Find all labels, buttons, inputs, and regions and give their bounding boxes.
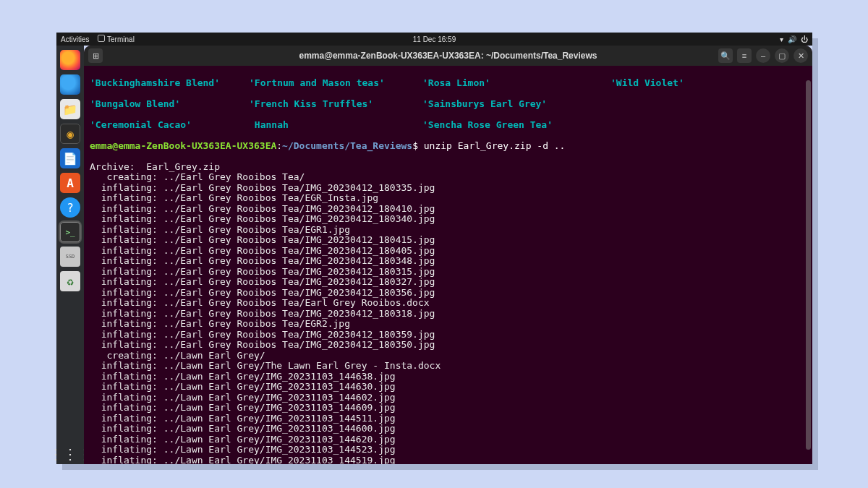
window-title: emma@emma-ZenBook-UX363EA-UX363EA: ~/Doc… bbox=[299, 51, 597, 61]
terminal-body[interactable]: 'Buckinghamshire Blend''Fortnum and Maso… bbox=[84, 66, 812, 464]
output-line: inflating: ../Earl Grey Rooibos Tea/IMG_… bbox=[90, 246, 807, 257]
ls-entry bbox=[610, 99, 726, 110]
output-line: inflating: ../Lawn Earl Grey/IMG_2023110… bbox=[90, 414, 807, 424]
ls-entry: 'Sainsburys Earl Grey' bbox=[422, 99, 610, 110]
disk-icon[interactable]: SSD bbox=[60, 247, 80, 267]
output-line: creating: ../Earl Grey Rooibos Tea/ bbox=[90, 172, 807, 183]
output-line: inflating: ../Lawn Earl Grey/The Lawn Ea… bbox=[90, 361, 807, 372]
help-icon[interactable]: ? bbox=[60, 197, 80, 218]
output-line: inflating: ../Lawn Earl Grey/IMG_2023110… bbox=[90, 403, 807, 414]
output-line: inflating: ../Earl Grey Rooibos Tea/IMG_… bbox=[90, 330, 807, 341]
output-line: inflating: ../Earl Grey Rooibos Tea/Earl… bbox=[90, 298, 807, 309]
software-icon[interactable]: A bbox=[60, 173, 80, 193]
volume-icon[interactable]: 🔊 bbox=[788, 35, 796, 43]
maximize-button[interactable]: ▢ bbox=[775, 48, 789, 63]
output-line: inflating: ../Lawn Earl Grey/IMG_2023110… bbox=[90, 424, 807, 435]
ls-entry: Hannah bbox=[249, 120, 422, 131]
output-line: inflating: ../Earl Grey Rooibos Tea/IMG_… bbox=[90, 204, 807, 215]
output-line: inflating: ../Earl Grey Rooibos Tea/IMG_… bbox=[90, 235, 807, 246]
output-line: inflating: ../Earl Grey Rooibos Tea/EGR_… bbox=[90, 193, 807, 204]
new-tab-button[interactable]: ⊞ bbox=[88, 48, 103, 63]
output-line: inflating: ../Earl Grey Rooibos Tea/IMG_… bbox=[90, 214, 807, 225]
output-line: inflating: ../Earl Grey Rooibos Tea/EGR2… bbox=[90, 319, 807, 330]
scrollbar[interactable] bbox=[806, 80, 811, 450]
output-line: inflating: ../Lawn Earl Grey/IMG_2023110… bbox=[90, 455, 807, 465]
close-button[interactable]: ✕ bbox=[793, 48, 808, 63]
terminal-icon[interactable]: >_ bbox=[60, 222, 80, 242]
output-line: inflating: ../Lawn Earl Grey/IMG_2023110… bbox=[90, 445, 807, 455]
command-text: unzip Earl_Grey.zip -d .. bbox=[424, 140, 566, 151]
prompt-line: emma@emma-ZenBook-UX363EA-UX363EA:~/Docu… bbox=[90, 141, 807, 152]
show-apps-icon[interactable]: ⋮⋮⋮ bbox=[60, 444, 80, 464]
output-line: inflating: ../Earl Grey Rooibos Tea/IMG_… bbox=[90, 309, 807, 320]
ls-entry: 'Ceremonial Cacao' bbox=[90, 120, 249, 131]
output-line: inflating: ../Lawn Earl Grey/IMG_2023110… bbox=[90, 393, 807, 403]
gnome-top-panel: Activities Terminal 11 Dec 16:59 ▾ 🔊 ⏻ bbox=[56, 33, 812, 46]
output-line: Archive: Earl_Grey.zip bbox=[90, 162, 807, 173]
trash-icon[interactable]: ♻ bbox=[60, 271, 80, 291]
ls-entry: 'Wild Violet' bbox=[610, 78, 726, 89]
output-line: inflating: ../Lawn Earl Grey/IMG_2023110… bbox=[90, 435, 807, 445]
ls-entry bbox=[610, 120, 726, 131]
output-line: inflating: ../Earl Grey Rooibos Tea/IMG_… bbox=[90, 267, 807, 278]
thunderbird-icon[interactable] bbox=[60, 74, 80, 95]
firefox-icon[interactable] bbox=[60, 50, 80, 70]
power-icon[interactable]: ⏻ bbox=[801, 35, 808, 43]
output-line: inflating: ../Earl Grey Rooibos Tea/IMG_… bbox=[90, 277, 807, 288]
output-line: inflating: ../Earl Grey Rooibos Tea/IMG_… bbox=[90, 340, 807, 351]
output-line: inflating: ../Lawn Earl Grey/IMG_2023110… bbox=[90, 382, 807, 393]
ls-entry: 'Rosa Limon' bbox=[422, 78, 610, 89]
ubuntu-dock: 📁 ◉ 📄 A ? >_ SSD ♻ ⋮⋮⋮ bbox=[56, 46, 84, 464]
output-line: inflating: ../Earl Grey Rooibos Tea/IMG_… bbox=[90, 288, 807, 299]
command-output: Archive: Earl_Grey.zip creating: ../Earl… bbox=[90, 162, 807, 465]
output-line: inflating: ../Lawn Earl Grey/IMG_2023110… bbox=[90, 372, 807, 382]
search-button[interactable]: 🔍 bbox=[718, 48, 733, 63]
hamburger-menu-button[interactable]: ≡ bbox=[737, 48, 752, 63]
terminal-window: ⊞ emma@emma-ZenBook-UX363EA-UX363EA: ~/D… bbox=[84, 46, 812, 464]
files-icon[interactable]: 📁 bbox=[60, 99, 80, 119]
clock[interactable]: 11 Dec 16:59 bbox=[413, 35, 456, 43]
minimize-button[interactable]: – bbox=[756, 48, 770, 63]
rhythmbox-icon[interactable]: ◉ bbox=[60, 124, 80, 144]
ls-entry: 'Buckinghamshire Blend' bbox=[90, 78, 249, 89]
network-icon[interactable]: ▾ bbox=[780, 35, 783, 43]
writer-icon[interactable]: 📄 bbox=[60, 148, 80, 168]
output-line: creating: ../Lawn Earl Grey/ bbox=[90, 351, 807, 361]
ls-entry: 'Bungalow Blend' bbox=[90, 99, 249, 110]
output-line: inflating: ../Earl Grey Rooibos Tea/IMG_… bbox=[90, 183, 807, 194]
titlebar: ⊞ emma@emma-ZenBook-UX363EA-UX363EA: ~/D… bbox=[84, 46, 812, 66]
output-line: inflating: ../Earl Grey Rooibos Tea/IMG_… bbox=[90, 256, 807, 267]
ls-entry: 'Sencha Rose Green Tea' bbox=[422, 120, 610, 131]
terminal-app-indicator[interactable]: Terminal bbox=[98, 35, 134, 43]
ls-entry: 'French Kiss Truffles' bbox=[249, 99, 422, 110]
ls-entry: 'Fortnum and Mason teas' bbox=[249, 78, 422, 89]
activities-button[interactable]: Activities bbox=[61, 35, 89, 43]
output-line: inflating: ../Earl Grey Rooibos Tea/EGR1… bbox=[90, 225, 807, 236]
